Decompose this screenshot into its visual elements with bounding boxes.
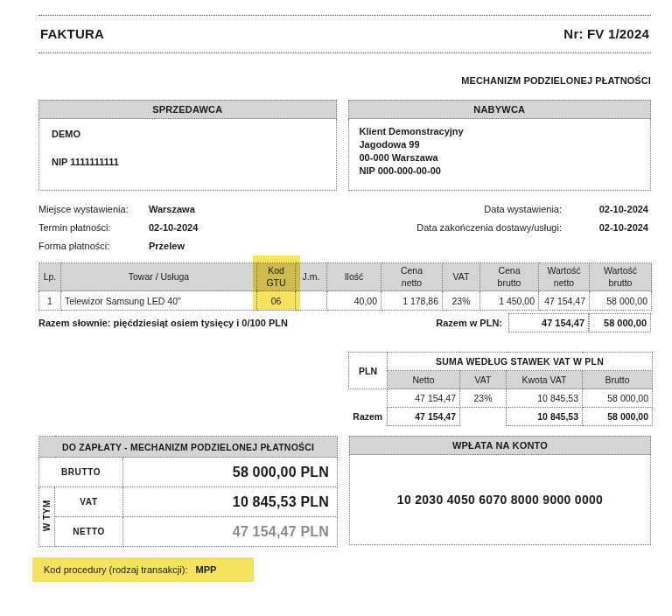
item-unit <box>296 291 327 311</box>
document-title: FAKTURA <box>40 26 104 41</box>
buyer-box: NABYWCA Klient Demonstracyjny Jagodowa 9… <box>348 100 652 191</box>
col-wartosc-brutto: Wartość brutto <box>590 263 652 291</box>
col-towar-usluga: Towar / Usługa <box>61 263 257 291</box>
vat-colhead-row: Netto VAT Kwota VAT Brutto <box>349 371 653 389</box>
seller-box: SPRZEDAWCA DEMO NIP 1111111111 <box>38 100 337 191</box>
item-description: Telewizor Samsung LED 40" <box>61 291 257 311</box>
buyer-city: 00-000 Warszawa <box>360 151 651 164</box>
vat-col-netto: Netto <box>388 371 460 389</box>
payment-method-value: Przelew <box>149 241 185 251</box>
item-vat-rate: 23% <box>443 291 480 311</box>
items-table-section: Lp. Towar / Usługa Kod GTU J.m. Ilość Ce… <box>38 262 651 311</box>
title-bottom-rule <box>38 52 651 53</box>
w-tym-label: W TYM <box>42 500 52 531</box>
delivery-date-value: 02-10-2024 <box>574 222 651 233</box>
seller-nip: NIP 1111111111 <box>52 157 336 167</box>
total-gross-amount: 58 000,00 <box>589 313 651 332</box>
vat-brutto-value: 58 000,00 <box>583 389 653 408</box>
buyer-name: Klient Demonstracyjny <box>360 125 651 138</box>
invoice-document: FAKTURA Nr: FV 1/2024 MECHANIZM PODZIELO… <box>0 0 672 582</box>
item-quantity: 40,00 <box>327 291 382 311</box>
vat-col-brutto: Brutto <box>583 371 653 389</box>
brutto-value: 58 000,00 PLN <box>123 458 338 487</box>
amount-in-words: Razem słownie: pięćdziesiąt osiem tysięc… <box>38 318 436 328</box>
issue-date-label: Data wystawienia: <box>484 204 562 214</box>
brutto-label: BRUTTO <box>39 458 123 487</box>
vat-due-value: 10 845,53 PLN <box>123 487 338 517</box>
buyer-header: NABYWCA <box>348 100 652 119</box>
bank-account-header: WPŁATA NA KONTO <box>349 436 651 455</box>
seller-details: DEMO NIP 1111111111 <box>38 119 337 191</box>
col-ilosc: Ilość <box>327 263 382 291</box>
vat-total-label: Razem <box>349 408 388 426</box>
procedure-code-highlight: Kod procedury (rodzaj transakcji): MPP <box>32 557 254 582</box>
payment-method-label: Forma płatności: <box>38 241 149 251</box>
invoice-meta-section: Miejsce wystawienia: Warszawa Termin pła… <box>38 204 651 259</box>
col-kod-gtu: Kod GTU <box>257 263 296 291</box>
netto-value: 47 154,47 PLN <box>123 517 338 547</box>
procedure-code-label: Kod procedury (rodzaj transakcji): <box>44 564 187 575</box>
item-net-price: 1 178,86 <box>382 291 443 311</box>
issue-place-value: Warszawa <box>149 204 195 214</box>
amount-due-header: DO ZAPŁATY - MECHANIZM PODZIELONEJ PŁATN… <box>39 437 338 458</box>
item-lp: 1 <box>39 291 61 311</box>
item-gtu-code: 06 <box>257 291 296 311</box>
buyer-details: Klient Demonstracyjny Jagodowa 99 00-000… <box>348 119 652 191</box>
brutto-row: BRUTTO 58 000,00 PLN <box>39 458 338 487</box>
payment-section: DO ZAPŁATY - MECHANIZM PODZIELONEJ PŁATN… <box>38 436 651 547</box>
vat-col-kwota: Kwota VAT <box>507 371 583 389</box>
delivery-date-row: Data zakończenia dostawy/usługi: 02-10-2… <box>416 222 651 233</box>
col-lp: Lp. <box>39 263 61 291</box>
vat-title-row: PLN SUMA WEDŁUG STAWEK VAT W PLN <box>349 353 653 371</box>
items-header-row: Lp. Towar / Usługa Kod GTU J.m. Ilość Ce… <box>39 263 652 291</box>
payment-due-label: Termin płatności: <box>38 222 149 233</box>
vat-total-amount: 10 845,53 <box>507 408 583 426</box>
vat-amount-value: 10 845,53 <box>507 389 583 408</box>
item-row: 1 Telewizor Samsung LED 40" 06 40,00 1 1… <box>39 291 652 311</box>
vat-rate-row: 47 154,47 23% 10 845,53 58 000,00 <box>349 389 653 408</box>
payment-due-row: Termin płatności: 02-10-2024 <box>38 222 198 233</box>
col-jm: J.m. <box>296 263 327 291</box>
bank-account-box: WPŁATA NA KONTO 10 2030 4050 6070 8000 9… <box>349 436 651 547</box>
split-payment-notice: MECHANIZM PODZIELONEJ PŁATNOŚCI <box>38 75 651 86</box>
issue-place-row: Miejsce wystawienia: Warszawa <box>38 204 198 214</box>
bank-account-number: 10 2030 4050 6070 8000 9000 0000 <box>349 455 651 545</box>
amount-due-table: DO ZAPŁATY - MECHANIZM PODZIELONEJ PŁATN… <box>38 436 338 547</box>
col-wartosc-netto: Wartość netto <box>539 263 590 291</box>
vat-rate-row-spacer <box>349 389 388 408</box>
w-tym-cell: W TYM <box>39 487 55 547</box>
vat-due-row: W TYM VAT 10 845,53 PLN <box>39 487 338 517</box>
title-row: FAKTURA Nr: FV 1/2024 <box>38 16 651 52</box>
payment-method-row: Forma płatności: Przelew <box>38 241 198 251</box>
vat-due-label: VAT <box>55 487 123 517</box>
meta-right-column: Data wystawienia: 02-10-2024 Data zakońc… <box>416 204 651 259</box>
delivery-date-label: Data zakończenia dostawy/usługi: <box>416 222 562 233</box>
issue-date-row: Data wystawienia: 02-10-2024 <box>416 204 651 214</box>
vat-total-netto: 47 154,47 <box>388 408 460 426</box>
netto-row: NETTO 47 154,47 PLN <box>39 517 338 547</box>
buyer-street: Jagodowa 99 <box>360 138 651 151</box>
vat-total-empty <box>460 408 507 426</box>
items-table: Lp. Towar / Usługa Kod GTU J.m. Ilość Ce… <box>38 262 652 311</box>
invoice-number: Nr: FV 1/2024 <box>564 26 649 41</box>
item-gross-value: 58 000,00 <box>590 291 652 311</box>
seller-name: DEMO <box>52 129 336 139</box>
buyer-nip: NIP 000-000-00-00 <box>360 164 651 178</box>
col-cena-brutto: Cena brutto <box>480 263 539 291</box>
item-gross-price: 1 450,00 <box>480 291 539 311</box>
col-cena-netto: Cena netto <box>382 263 443 291</box>
vat-rate-value: 23% <box>460 389 507 408</box>
col-vat: VAT <box>443 263 480 291</box>
meta-left-column: Miejsce wystawienia: Warszawa Termin pła… <box>38 204 198 259</box>
vat-total-row: Razem 47 154,47 10 845,53 58 000,00 <box>349 408 653 426</box>
amount-in-words-row: Razem słownie: pięćdziesiąt osiem tysięc… <box>38 313 651 332</box>
vat-col-vat: VAT <box>460 371 507 389</box>
issue-place-label: Miejsce wystawienia: <box>38 204 149 214</box>
vat-netto-value: 47 154,47 <box>388 389 460 408</box>
item-net-value: 47 154,47 <box>539 291 590 311</box>
vat-summary-table: PLN SUMA WEDŁUG STAWEK VAT W PLN Netto V… <box>348 352 653 426</box>
vat-summary-section: PLN SUMA WEDŁUG STAWEK VAT W PLN Netto V… <box>348 352 651 426</box>
seller-header: SPRZEDAWCA <box>38 100 337 119</box>
vat-total-brutto: 58 000,00 <box>583 408 653 426</box>
netto-label: NETTO <box>55 517 123 547</box>
